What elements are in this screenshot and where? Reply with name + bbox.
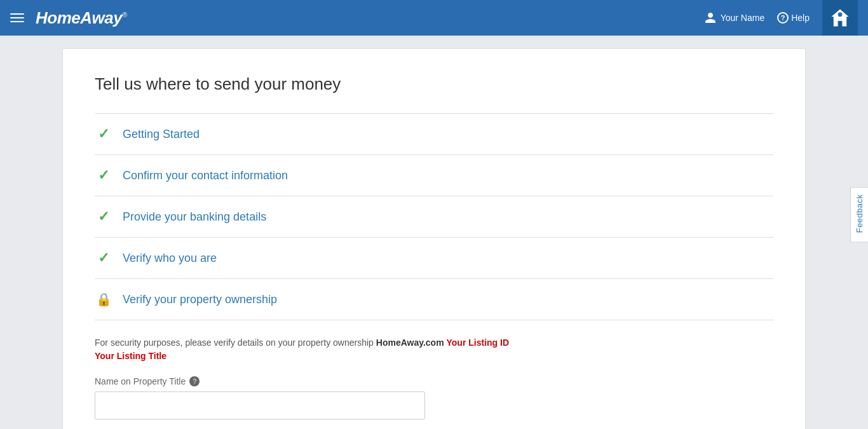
menu-icon[interactable] [10, 13, 24, 22]
user-icon [704, 11, 717, 24]
svg-point-0 [838, 13, 843, 17]
header-right: Your Name ? Help [704, 0, 858, 36]
user-menu[interactable]: Your Name [704, 11, 765, 24]
step-label-getting-started[interactable]: Getting Started [123, 128, 200, 141]
header: HomeAway® Your Name ? Help [0, 0, 868, 36]
lock-icon: 🔒 [96, 292, 112, 307]
logo[interactable]: HomeAway® [36, 8, 127, 28]
house-icon [829, 7, 851, 29]
step-label-banking-details[interactable]: Provide your banking details [123, 210, 266, 224]
security-prefix: For security purposes, please verify det… [95, 337, 374, 348]
step-banking-details[interactable]: ✓ Provide your banking details [95, 196, 773, 238]
feedback-tab[interactable]: Feedback [850, 187, 868, 242]
step-verify-property[interactable]: 🔒 Verify your property ownership [95, 279, 773, 320]
page-title: Tell us where to send your money [95, 74, 773, 94]
help-button[interactable]: ? Help [777, 12, 810, 24]
step-check-confirm-contact: ✓ [95, 167, 112, 184]
step-verify-identity[interactable]: ✓ Verify who you are [95, 238, 773, 279]
tooltip-icon[interactable]: ? [189, 376, 200, 386]
steps-list: ✓ Getting Started ✓ Confirm your contact… [95, 113, 773, 320]
main-content: Tell us where to send your money ✓ Getti… [0, 36, 868, 429]
step-check-getting-started: ✓ [95, 125, 112, 143]
listing-title: Your Listing Title [95, 351, 773, 361]
step-label-confirm-contact[interactable]: Confirm your contact information [123, 169, 288, 182]
property-title-input[interactable] [95, 392, 425, 419]
step-confirm-contact[interactable]: ✓ Confirm your contact information [95, 155, 773, 196]
help-label: Help [791, 13, 810, 23]
user-name: Your Name [721, 13, 765, 23]
security-site-text: HomeAway.com [376, 337, 444, 348]
card: Tell us where to send your money ✓ Getti… [62, 48, 806, 429]
house-button[interactable] [822, 0, 858, 36]
property-title-label: Name on Property Title ? [95, 376, 773, 386]
listing-id-text: Your Listing ID [447, 337, 510, 348]
step-check-verify-identity: ✓ [95, 249, 112, 267]
security-text: For security purposes, please verify det… [95, 336, 773, 350]
help-icon: ? [777, 12, 789, 24]
feedback-label: Feedback [855, 194, 864, 233]
step-check-banking-details: ✓ [95, 208, 112, 226]
step-label-verify-property[interactable]: Verify your property ownership [123, 293, 277, 306]
property-title-group: Name on Property Title ? [95, 376, 773, 419]
step-label-verify-identity[interactable]: Verify who you are [123, 252, 217, 265]
step-getting-started[interactable]: ✓ Getting Started [95, 114, 773, 155]
step-check-verify-property: 🔒 [95, 290, 112, 308]
